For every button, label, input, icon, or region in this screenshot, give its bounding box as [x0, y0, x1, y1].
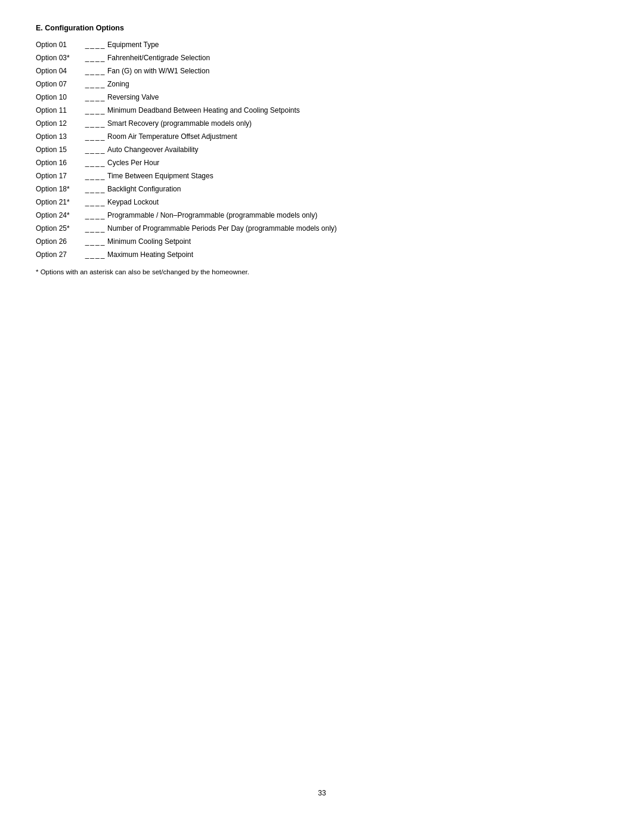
option-description: Auto Changeover Availability: [107, 143, 501, 156]
option-label: Option 07: [36, 78, 83, 91]
page-content: E. Configuration Options Option 01____Eq…: [0, 0, 537, 299]
page-number: 33: [318, 789, 326, 797]
table-row: Option 18*____Backlight Configuration: [36, 182, 501, 196]
option-label: Option 18*: [36, 182, 83, 196]
option-label: Option 12: [36, 117, 83, 130]
option-description: Keypad Lockout: [107, 196, 501, 209]
option-label: Option 17: [36, 169, 83, 182]
option-label: Option 27: [36, 248, 83, 261]
table-row: Option 15____Auto Changeover Availabilit…: [36, 143, 501, 156]
option-label: Option 21*: [36, 196, 83, 209]
option-label: Option 24*: [36, 209, 83, 222]
table-row: Option 04____Fan (G) on with W/W1 Select…: [36, 64, 501, 78]
option-label: Option 25*: [36, 222, 83, 235]
table-row: Option 16____Cycles Per Hour: [36, 156, 501, 169]
table-row: Option 10____Reversing Valve: [36, 91, 501, 104]
table-row: Option 25*____Number of Programmable Per…: [36, 222, 501, 235]
option-blank: ____: [83, 117, 107, 130]
option-label: Option 16: [36, 156, 83, 169]
option-description: Room Air Temperature Offset Adjustment: [107, 130, 501, 143]
option-blank: ____: [83, 64, 107, 78]
option-description: Maximum Heating Setpoint: [107, 248, 501, 261]
option-label: Option 01: [36, 38, 83, 51]
option-blank: ____: [83, 78, 107, 91]
table-row: Option 27____Maximum Heating Setpoint: [36, 248, 501, 261]
footnote: * Options with an asterisk can also be s…: [36, 268, 501, 275]
option-blank: ____: [83, 38, 107, 51]
option-description: Minimum Deadband Between Heating and Coo…: [107, 104, 501, 117]
table-row: Option 13____Room Air Temperature Offset…: [36, 130, 501, 143]
option-description: Fan (G) on with W/W1 Selection: [107, 64, 501, 78]
table-row: Option 03*____Fahrenheit/Centigrade Sele…: [36, 51, 501, 64]
table-row: Option 12____Smart Recovery (programmabl…: [36, 117, 501, 130]
option-blank: ____: [83, 91, 107, 104]
table-row: Option 17____Time Between Equipment Stag…: [36, 169, 501, 182]
table-row: Option 07____Zoning: [36, 78, 501, 91]
table-row: Option 11____Minimum Deadband Between He…: [36, 104, 501, 117]
option-blank: ____: [83, 248, 107, 261]
table-row: Option 26____Minimum Cooling Setpoint: [36, 235, 501, 248]
option-blank: ____: [83, 51, 107, 64]
option-blank: ____: [83, 156, 107, 169]
table-row: Option 21*____Keypad Lockout: [36, 196, 501, 209]
option-blank: ____: [83, 196, 107, 209]
option-blank: ____: [83, 209, 107, 222]
option-label: Option 11: [36, 104, 83, 117]
option-label: Option 03*: [36, 51, 83, 64]
option-blank: ____: [83, 169, 107, 182]
option-description: Number of Programmable Periods Per Day (…: [107, 222, 501, 235]
option-blank: ____: [83, 143, 107, 156]
option-description: Zoning: [107, 78, 501, 91]
option-description: Equipment Type: [107, 38, 501, 51]
table-row: Option 01____Equipment Type: [36, 38, 501, 51]
option-blank: ____: [83, 222, 107, 235]
option-label: Option 15: [36, 143, 83, 156]
option-label: Option 10: [36, 91, 83, 104]
option-description: Reversing Valve: [107, 91, 501, 104]
option-blank: ____: [83, 182, 107, 196]
option-description: Minimum Cooling Setpoint: [107, 235, 501, 248]
option-description: Fahrenheit/Centigrade Selection: [107, 51, 501, 64]
option-label: Option 26: [36, 235, 83, 248]
option-blank: ____: [83, 130, 107, 143]
option-description: Smart Recovery (programmable models only…: [107, 117, 501, 130]
option-description: Backlight Configuration: [107, 182, 501, 196]
option-label: Option 04: [36, 64, 83, 78]
option-description: Time Between Equipment Stages: [107, 169, 501, 182]
options-table: Option 01____Equipment TypeOption 03*___…: [36, 38, 501, 261]
option-blank: ____: [83, 235, 107, 248]
option-label: Option 13: [36, 130, 83, 143]
section-title: E. Configuration Options: [36, 24, 501, 32]
table-row: Option 24*____Programmable / Non–Program…: [36, 209, 501, 222]
option-blank: ____: [83, 104, 107, 117]
option-description: Cycles Per Hour: [107, 156, 501, 169]
option-description: Programmable / Non–Programmable (program…: [107, 209, 501, 222]
